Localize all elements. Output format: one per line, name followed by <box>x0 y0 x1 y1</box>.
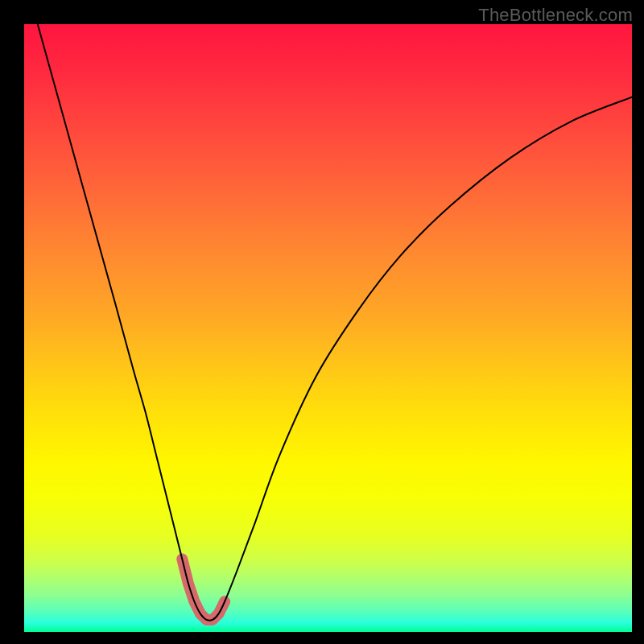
optimal-zone-highlight <box>182 559 225 620</box>
optimal-zone-path <box>182 559 225 620</box>
chart-plot-area <box>24 24 632 632</box>
watermark-text: TheBottleneck.com <box>478 5 633 26</box>
bottleneck-curve-svg <box>24 24 632 632</box>
bottleneck-curve-path <box>24 24 632 621</box>
